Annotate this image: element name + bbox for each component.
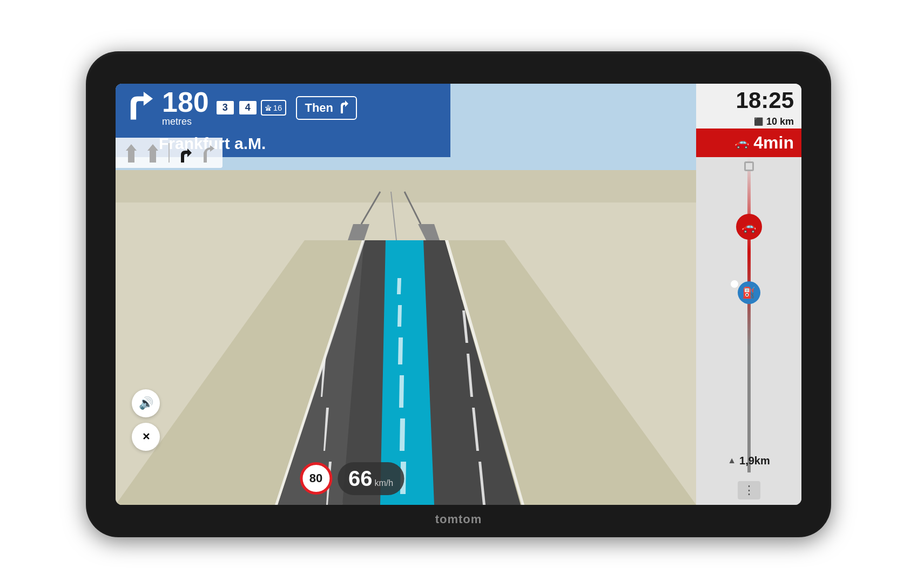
timeline-line bbox=[747, 157, 751, 472]
speed-display: 80 66 km/h bbox=[300, 462, 404, 495]
speed-limit-value: 80 bbox=[309, 471, 322, 485]
device-screen-container: 180 metres 3 4 🛣 16 bbox=[116, 84, 801, 505]
fuel-icon: ⛽ bbox=[742, 286, 756, 299]
speed-limit-sign: 80 bbox=[300, 462, 332, 495]
svg-marker-19 bbox=[399, 375, 404, 408]
remaining-distance-value: 10 km bbox=[766, 116, 794, 127]
distance-icon: ⬛ bbox=[754, 117, 763, 126]
sound-button[interactable]: 🔊 bbox=[132, 389, 160, 417]
timeline-panel: 🚗 ⛽ ▲ 1,9km ⋮ bbox=[696, 157, 801, 505]
menu-dots-icon: ⋮ bbox=[743, 483, 755, 497]
then-label: Then bbox=[305, 101, 333, 115]
then-arrow-icon bbox=[338, 100, 348, 116]
road-signs: 3 4 🛣 16 bbox=[215, 100, 287, 116]
time-display: 18:25 bbox=[704, 89, 794, 112]
highway-sign-4: 4 bbox=[238, 100, 258, 116]
svg-rect-2 bbox=[116, 170, 696, 202]
distance-label-row: ▲ 1,9km bbox=[696, 455, 801, 467]
highway-sign-3: 3 bbox=[215, 100, 235, 116]
road-sign-row-top: 3 4 🛣 16 bbox=[215, 100, 287, 116]
map-screen[interactable]: 180 metres 3 4 🛣 16 bbox=[116, 84, 696, 505]
lane-right-turn bbox=[177, 142, 193, 164]
lane-separator bbox=[168, 143, 170, 163]
motorway-number: 16 bbox=[273, 103, 282, 112]
device-body: 180 metres 3 4 🛣 16 bbox=[86, 51, 831, 537]
brand-label: tomtom bbox=[435, 512, 482, 526]
distance-number: 180 bbox=[162, 88, 209, 116]
timeline-car-marker: 🚗 bbox=[736, 214, 762, 240]
sound-icon: 🔊 bbox=[139, 396, 153, 410]
right-panel: 18:25 ⬛ 10 km 🚗 4min 🚗 bbox=[696, 84, 801, 505]
timeline-fuel-marker: ⛽ bbox=[738, 281, 760, 304]
remaining-distance-row: ⬛ 10 km bbox=[696, 115, 801, 129]
lane-guidance bbox=[116, 138, 222, 168]
timeline-car-icon: 🚗 bbox=[741, 220, 756, 234]
time-box: 18:25 bbox=[696, 84, 801, 115]
timeline-dot-white bbox=[731, 280, 738, 288]
svg-marker-21 bbox=[397, 305, 402, 327]
svg-marker-20 bbox=[398, 337, 403, 364]
svg-marker-18 bbox=[400, 418, 405, 451]
lane-straight-1 bbox=[123, 142, 139, 164]
svg-marker-22 bbox=[397, 278, 401, 294]
lane-slight-right bbox=[199, 142, 215, 164]
distance-box: 180 metres bbox=[162, 88, 209, 127]
menu-dots-container: ⋮ bbox=[696, 481, 801, 499]
menu-dots-button[interactable]: ⋮ bbox=[738, 481, 760, 499]
eta-car-icon: 🚗 bbox=[734, 136, 749, 150]
distance-unit: metres bbox=[162, 116, 192, 127]
motorway-icon: 🛣 bbox=[265, 104, 272, 112]
speed-unit: km/h bbox=[374, 478, 393, 488]
timeline-checkpoint-top bbox=[744, 161, 754, 171]
next-poi-distance: 1,9km bbox=[739, 455, 770, 467]
lane-straight-2 bbox=[145, 142, 161, 164]
nav-top-row: 180 metres 3 4 🛣 16 bbox=[116, 84, 450, 132]
eta-time-value: 4min bbox=[753, 133, 794, 153]
compass-icon: ▲ bbox=[727, 456, 736, 465]
close-button[interactable]: ✕ bbox=[132, 423, 160, 451]
then-box: Then bbox=[296, 96, 357, 120]
close-icon: ✕ bbox=[142, 431, 150, 443]
map-controls: 🔊 ✕ bbox=[132, 389, 160, 451]
turn-arrow-icon bbox=[121, 89, 159, 127]
current-speed-value: 66 bbox=[348, 467, 373, 491]
current-speed-box: 66 km/h bbox=[338, 462, 404, 495]
eta-box: 🚗 4min bbox=[696, 129, 801, 157]
motorway-sign-16: 🛣 16 bbox=[261, 100, 287, 116]
